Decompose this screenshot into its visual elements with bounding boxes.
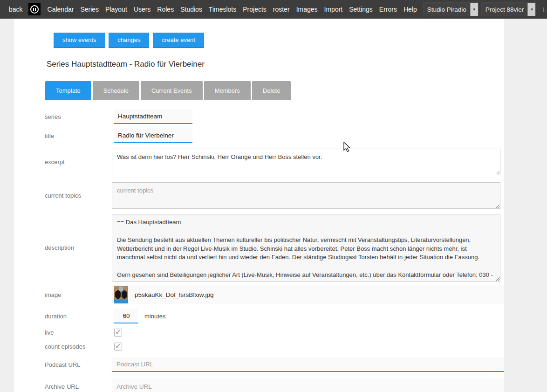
pause-circle-icon — [30, 5, 39, 14]
studio-select[interactable]: Studio Piradio ▼ — [423, 2, 479, 16]
page-title: Series Hauptstadtteam - Radio für Vierbe… — [47, 60, 504, 69]
archive-url-field-row: Archive URL — [45, 378, 504, 392]
podcast-url-field-label: Podcast URL — [45, 361, 112, 368]
excerpt-textarea[interactable]: Was ist denn hier los? Herr Schinski, He… — [112, 149, 500, 175]
nav-item-import[interactable]: Import — [321, 6, 346, 13]
live-field-label: live — [45, 329, 112, 336]
nav-item-roles[interactable]: Roles — [154, 6, 177, 13]
archive-url-field-label: Archive URL — [45, 383, 112, 390]
nav-item-errors[interactable]: Errors — [376, 6, 400, 13]
duration-input[interactable] — [114, 309, 138, 323]
nav-item-studios[interactable]: Studios — [177, 6, 205, 13]
nav-item-calendar[interactable]: Calendar — [44, 6, 77, 13]
nav-item-series[interactable]: Series — [77, 6, 102, 13]
logout-link[interactable]: Logout — [536, 6, 547, 14]
podcast-url-field-row: Podcast URL — [45, 357, 504, 372]
podcast-url-input[interactable] — [112, 357, 504, 372]
series-field-label: series — [45, 113, 112, 120]
project-select-value: Project 88vier — [482, 3, 528, 16]
title-field-label: title — [45, 132, 112, 139]
nav-item-settings[interactable]: Settings — [346, 6, 376, 13]
duration-unit-label: minutes — [144, 313, 166, 320]
tab-delete[interactable]: Delete — [252, 81, 291, 100]
chevron-down-icon: ▼ — [470, 3, 478, 16]
tab-schedule[interactable]: Schedule — [93, 81, 139, 100]
nav-item-projects[interactable]: Projects — [239, 6, 270, 13]
current-topics-field-row: current topics — [45, 182, 504, 209]
series-toolbar: show events changes create event — [54, 33, 504, 48]
series-image-thumbnail[interactable] — [114, 286, 128, 303]
title-field-row: title — [45, 128, 504, 143]
nav-item-roster[interactable]: roster — [270, 6, 293, 13]
tab-bar: Template Schedule Current Events Members… — [45, 81, 495, 100]
count-episodes-field-label: count episodes — [45, 343, 112, 350]
nav-item-playout[interactable]: Playout — [102, 6, 130, 13]
tab-members[interactable]: Members — [204, 81, 251, 100]
chevron-down-icon: ▼ — [527, 3, 535, 16]
live-checkbox[interactable] — [114, 329, 122, 337]
image-filename[interactable]: p5skauKk_DoI_lsrsBfxiw.jpg — [135, 291, 214, 298]
duration-field-label: duration — [45, 313, 112, 320]
excerpt-field-row: excerpt Was ist denn hier los? Herr Schi… — [45, 149, 504, 175]
series-input[interactable] — [114, 109, 192, 124]
nav-item-users[interactable]: Users — [130, 6, 154, 13]
image-value-box: p5skauKk_DoI_lsrsBfxiw.jpg — [112, 285, 504, 304]
piradio-logo-icon[interactable] — [28, 3, 41, 15]
live-field-row: live — [45, 329, 504, 337]
count-episodes-field-row: count episodes — [45, 343, 504, 351]
count-episodes-checkbox[interactable] — [114, 343, 122, 351]
nav-back-link[interactable]: back — [6, 6, 27, 13]
description-textarea[interactable]: == Das Hauptstadtteam Die Sendung besteh… — [112, 214, 500, 282]
project-select[interactable]: Project 88vier ▼ — [481, 2, 536, 16]
create-event-button[interactable]: create event — [153, 33, 204, 48]
current-topics-textarea[interactable] — [112, 182, 500, 209]
description-field-row: description == Das Hauptstadtteam Die Se… — [45, 214, 504, 282]
changes-button[interactable]: changes — [109, 33, 149, 48]
image-field-row: image p5skauKk_DoI_lsrsBfxiw.jpg — [45, 285, 504, 304]
tab-current-events[interactable]: Current Events — [141, 81, 203, 100]
show-events-button[interactable]: show events — [54, 33, 105, 48]
excerpt-field-label: excerpt — [45, 158, 112, 165]
nav-item-images[interactable]: Images — [293, 6, 321, 13]
top-nav-bar: back Calendar Series Playout Users Roles… — [0, 0, 547, 19]
nav-item-timeslots[interactable]: Timeslots — [205, 6, 239, 13]
tab-template[interactable]: Template — [45, 81, 91, 100]
template-form: series title excerpt Was ist denn hier l… — [14, 109, 504, 392]
description-field-label: description — [45, 244, 112, 251]
series-field-row: series — [45, 109, 504, 124]
duration-field-row: duration minutes — [45, 309, 504, 323]
nav-item-help[interactable]: Help — [400, 6, 420, 13]
title-input[interactable] — [114, 128, 192, 143]
studio-select-value: Studio Piradio — [424, 3, 470, 16]
image-field-label: image — [45, 291, 112, 298]
current-topics-field-label: current topics — [45, 192, 112, 199]
archive-url-input[interactable] — [112, 378, 504, 392]
main-panel: show events changes create event Series … — [14, 19, 504, 392]
